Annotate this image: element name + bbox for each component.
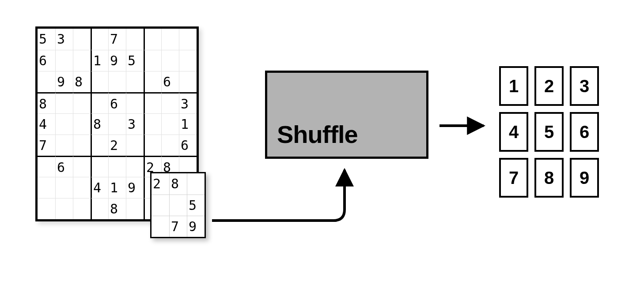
output-keypad: 123456789 — [499, 66, 599, 198]
sudoku-cell — [108, 156, 126, 177]
sudoku-cell — [144, 71, 161, 92]
keypad-key: 6 — [570, 112, 599, 152]
sudoku-cell — [73, 29, 91, 50]
sudoku-cell: 9 — [126, 177, 144, 198]
keypad-key: 2 — [534, 66, 564, 106]
sudoku-cell — [73, 92, 91, 113]
keypad-key: 7 — [499, 158, 528, 198]
sudoku-cell — [91, 198, 108, 219]
sudoku-cell — [38, 177, 55, 198]
sudoku-cell: 8 — [91, 113, 108, 135]
shuffle-box: Shuffle — [265, 71, 428, 159]
sudoku-cell: 4 — [38, 113, 55, 135]
subgrid-cell: 7 — [169, 216, 187, 237]
keypad-key: 3 — [570, 66, 599, 106]
sudoku-cell: 8 — [38, 92, 55, 113]
keypad-key: 1 — [499, 66, 528, 106]
sudoku-cell: 3 — [55, 29, 73, 50]
keypad-key: 9 — [570, 158, 599, 198]
sudoku-cell — [161, 92, 179, 113]
sudoku-cell — [91, 71, 108, 92]
sudoku-cell — [73, 177, 91, 198]
sudoku-cell — [144, 29, 161, 50]
sudoku-cell — [55, 135, 73, 156]
sudoku-cell — [108, 71, 126, 92]
sudoku-cell: 4 — [91, 177, 108, 198]
sudoku-cell — [126, 71, 144, 92]
sudoku-cell: 5 — [38, 29, 55, 50]
sudoku-cell — [73, 135, 91, 156]
subgrid-cell: 5 — [187, 195, 205, 216]
subgrid-cell — [152, 216, 169, 237]
sudoku-cell — [144, 113, 161, 135]
sudoku-cell — [55, 50, 73, 71]
sudoku-cell: 6 — [161, 71, 179, 92]
sudoku-cell — [38, 71, 55, 92]
sudoku-cell — [91, 29, 108, 50]
sudoku-cell — [126, 29, 144, 50]
sudoku-cell: 6 — [108, 92, 126, 113]
sudoku-cell — [161, 113, 179, 135]
sudoku-cell: 1 — [179, 113, 197, 135]
sudoku-cell — [108, 113, 126, 135]
subgrid-cell — [187, 173, 205, 195]
sudoku-cell: 2 — [108, 135, 126, 156]
sudoku-cell: 1 — [108, 177, 126, 198]
keypad-key: 5 — [534, 112, 564, 152]
sudoku-cell — [144, 135, 161, 156]
subgrid-cell: 9 — [187, 216, 205, 237]
sudoku-cell — [144, 50, 161, 71]
sudoku-cell: 7 — [38, 135, 55, 156]
sudoku-cell: 7 — [108, 29, 126, 50]
sudoku-cell — [91, 156, 108, 177]
keypad-key: 4 — [499, 112, 528, 152]
shuffle-label: Shuffle — [277, 120, 358, 149]
sudoku-cell — [73, 113, 91, 135]
sudoku-cell: 9 — [55, 71, 73, 92]
sudoku-cell — [38, 156, 55, 177]
diagram-canvas: 537619598686348317266284195879 28579 Shu… — [0, 0, 644, 292]
sudoku-cell: 1 — [91, 50, 108, 71]
keypad-key: 8 — [534, 158, 564, 198]
sudoku-cell — [55, 177, 73, 198]
sudoku-cell: 8 — [108, 198, 126, 219]
sudoku-cell: 8 — [73, 71, 91, 92]
sudoku-cell — [55, 113, 73, 135]
sudoku-subgrid: 28579 — [150, 172, 206, 238]
sudoku-cell: 3 — [126, 113, 144, 135]
sudoku-cell — [91, 92, 108, 113]
sudoku-cell — [161, 50, 179, 71]
sudoku-cell — [126, 92, 144, 113]
arrow-into-shuffle — [212, 170, 345, 221]
sudoku-cell — [161, 135, 179, 156]
subgrid-cell — [152, 195, 169, 216]
sudoku-cell: 6 — [179, 135, 197, 156]
sudoku-cell — [55, 198, 73, 219]
sudoku-cell — [73, 156, 91, 177]
sudoku-cell — [126, 156, 144, 177]
sudoku-cell — [179, 71, 197, 92]
sudoku-cell — [55, 92, 73, 113]
sudoku-cell: 9 — [108, 50, 126, 71]
sudoku-cell: 3 — [179, 92, 197, 113]
sudoku-cell — [144, 92, 161, 113]
sudoku-cell — [161, 29, 179, 50]
subgrid-cell: 8 — [169, 173, 187, 195]
sudoku-cell: 6 — [38, 50, 55, 71]
subgrid-cell: 2 — [152, 173, 169, 195]
sudoku-cell — [126, 135, 144, 156]
sudoku-cell: 6 — [55, 156, 73, 177]
sudoku-cell — [38, 198, 55, 219]
sudoku-cell — [179, 29, 197, 50]
subgrid-cell — [169, 195, 187, 216]
sudoku-cell: 5 — [126, 50, 144, 71]
sudoku-cell — [73, 50, 91, 71]
sudoku-cell — [179, 50, 197, 71]
sudoku-cell — [91, 135, 108, 156]
sudoku-cell — [126, 198, 144, 219]
sudoku-cell — [73, 198, 91, 219]
